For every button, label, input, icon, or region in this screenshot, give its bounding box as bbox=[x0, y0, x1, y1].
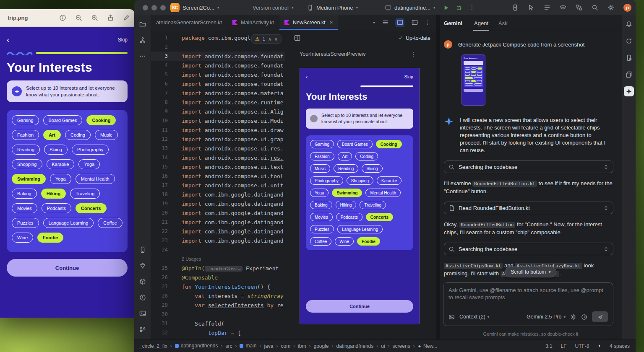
gemini-status-icon[interactable]: ✦ bbox=[598, 344, 601, 348]
preview-window-icon[interactable] bbox=[292, 33, 302, 43]
gemini-tool-icon[interactable] bbox=[624, 86, 634, 96]
zoom-in-icon[interactable] bbox=[91, 14, 98, 21]
editor-more-options[interactable]: ⋮ bbox=[425, 19, 430, 26]
history-icon[interactable] bbox=[581, 314, 587, 320]
search-everywhere-icon[interactable] bbox=[592, 4, 598, 11]
scroll-to-bottom-button[interactable]: Scroll to bottom ▾ bbox=[505, 267, 557, 277]
tab-mainactivity[interactable]: MainActivity.kt bbox=[227, 15, 279, 30]
device-selector[interactable]: Medium Phone ▾ bbox=[307, 0, 358, 15]
running-devices-icon[interactable] bbox=[138, 245, 148, 255]
run-configuration-selector[interactable]: datingandfrie... ▾ bbox=[385, 0, 435, 15]
project-selector[interactable]: SC Screen2Co... ▾ bbox=[170, 0, 219, 15]
line-number: 30 bbox=[151, 311, 170, 317]
gemini-input-box[interactable]: Context (2)▾ Gemini 2.5 Pro▾ bbox=[443, 282, 613, 326]
info-icon[interactable] bbox=[59, 14, 66, 21]
breadcrumb-java[interactable]: java bbox=[264, 343, 273, 349]
breadcrumb-datingandfriends[interactable]: datingandfriends bbox=[336, 343, 374, 349]
trip-png-image: ‹ Skip Your Interests Select up to 10 in… bbox=[0, 27, 134, 318]
model-selector[interactable]: Gemini 2.5 Pro▾ bbox=[527, 314, 566, 320]
expand-icon[interactable] bbox=[603, 164, 609, 170]
resource-manager-icon[interactable] bbox=[138, 261, 148, 271]
interest-chip-skiing: Skiing bbox=[44, 145, 68, 155]
tab-ask[interactable]: Ask bbox=[493, 20, 513, 31]
interest-chip-coffee: Coffee bbox=[310, 237, 331, 246]
documents-icon[interactable] bbox=[624, 70, 634, 80]
line-number: 12 bbox=[151, 136, 170, 142]
breadcrumb-new-[interactable]: ✦New... bbox=[418, 343, 438, 349]
code-editor[interactable]: 1package com.ibm.googl23import androidx.… bbox=[151, 30, 285, 339]
profiler-cursor-icon[interactable] bbox=[528, 4, 534, 11]
breadcrumb-google[interactable]: google bbox=[313, 343, 329, 349]
debug-button[interactable] bbox=[456, 5, 462, 11]
close-tab-icon[interactable]: × bbox=[330, 19, 333, 26]
next-problem-icon[interactable]: ∨ bbox=[274, 36, 278, 42]
more-actions-button[interactable]: ⋮ bbox=[469, 4, 475, 11]
maximize-window-button[interactable] bbox=[160, 5, 166, 10]
breadcrumb-separator: › bbox=[388, 343, 390, 349]
todo-list-icon[interactable] bbox=[544, 4, 550, 11]
gemini-prompt-input[interactable] bbox=[448, 287, 608, 311]
notifications-bell-icon[interactable] bbox=[624, 19, 634, 29]
close-window-button[interactable] bbox=[143, 5, 148, 10]
share-icon[interactable] bbox=[107, 14, 114, 21]
run-button[interactable] bbox=[443, 5, 449, 11]
layers-icon[interactable] bbox=[560, 4, 566, 11]
preview-more-options[interactable]: ⋮ bbox=[410, 51, 416, 57]
tab-list-chevron[interactable]: ▾ bbox=[373, 20, 375, 25]
tab-dateideasgeneratorscreen[interactable]: ateIdeasGeneratorScreen.kt bbox=[151, 15, 227, 30]
breadcrumb-ibm[interactable]: ibm bbox=[298, 343, 306, 349]
sync-network-icon[interactable] bbox=[576, 4, 582, 11]
squiggle-decoration bbox=[7, 50, 33, 55]
prev-problem-icon[interactable]: ∧ bbox=[268, 36, 271, 42]
send-button[interactable] bbox=[592, 311, 608, 322]
code-view-icon[interactable] bbox=[381, 18, 390, 27]
file-encoding[interactable]: UTF-8 bbox=[575, 343, 589, 349]
indent-setting[interactable]: 4 spaces bbox=[610, 343, 630, 349]
project-tool-icon[interactable] bbox=[138, 19, 148, 29]
line-number: 26 bbox=[151, 274, 170, 280]
cursor-position[interactable]: 3:1 bbox=[545, 343, 553, 349]
breadcrumb-main[interactable]: main bbox=[240, 343, 256, 349]
expand-icon[interactable] bbox=[603, 246, 609, 252]
expand-icon[interactable] bbox=[603, 205, 609, 211]
attach-image-icon[interactable] bbox=[448, 314, 455, 320]
inspection-widget[interactable]: ⚠ 1 ∧ ∨ bbox=[251, 34, 282, 44]
version-control-menu[interactable]: Version control ▾ bbox=[253, 0, 294, 15]
breadcrumb-src[interactable]: src bbox=[225, 343, 232, 349]
code-line: 15import androidx.compose.ui.text bbox=[151, 162, 285, 171]
gemini-settings-icon[interactable] bbox=[570, 314, 576, 320]
code-line: 31 Scaffold( bbox=[151, 319, 285, 328]
version-control-tool-icon[interactable] bbox=[138, 324, 148, 334]
layout-inspector-icon[interactable] bbox=[624, 53, 634, 63]
structure-tool-icon[interactable] bbox=[138, 35, 148, 45]
build-tool-icon[interactable] bbox=[138, 277, 148, 287]
tab-agent[interactable]: Agent bbox=[469, 20, 493, 31]
zoom-out-icon[interactable] bbox=[75, 14, 82, 21]
minimize-window-button[interactable] bbox=[151, 5, 157, 10]
gradle-sync-icon[interactable] bbox=[624, 36, 634, 46]
design-view-icon[interactable] bbox=[410, 18, 419, 27]
breadcrumb-ui[interactable]: ui bbox=[381, 343, 385, 349]
settings-gear-icon[interactable] bbox=[607, 4, 614, 11]
line-ending[interactable]: LF bbox=[561, 343, 567, 349]
device-mirroring-icon[interactable] bbox=[512, 4, 519, 11]
chevron-down-icon: ▾ bbox=[217, 5, 219, 10]
more-tools-icon[interactable] bbox=[138, 51, 148, 61]
breadcrumb-com[interactable]: com bbox=[281, 343, 290, 349]
tool-call-searching-the-codebase[interactable]: Searching the codebase bbox=[444, 243, 613, 255]
tool-call-read-roundedfilledbutton-kt[interactable]: Read RoundedFilledButton.kt bbox=[444, 202, 613, 214]
user-avatar[interactable]: p bbox=[623, 4, 631, 12]
markup-pencil-icon[interactable] bbox=[123, 14, 130, 21]
line-number: 6 bbox=[151, 81, 170, 87]
breadcrumb-screens[interactable]: screens bbox=[393, 343, 410, 349]
context-selector[interactable]: Context (2)▾ bbox=[459, 314, 489, 320]
breadcrumb-datingandfriends[interactable]: datingandfriends bbox=[175, 343, 218, 349]
attachment-thumbnail[interactable]: Your Interests bbox=[461, 54, 485, 106]
tool-call-searching-the-codebase[interactable]: Searching the codebase bbox=[444, 160, 613, 173]
design-title: Your Interests bbox=[7, 60, 128, 75]
problems-tool-icon[interactable] bbox=[138, 292, 148, 303]
split-view-icon[interactable] bbox=[395, 18, 404, 27]
breadcrumb--circle-2-fix[interactable]: _circle_2_fix bbox=[139, 343, 167, 349]
tab-newscreen[interactable]: NewScreen.kt × bbox=[279, 15, 338, 30]
terminal-tool-icon[interactable] bbox=[138, 308, 148, 318]
